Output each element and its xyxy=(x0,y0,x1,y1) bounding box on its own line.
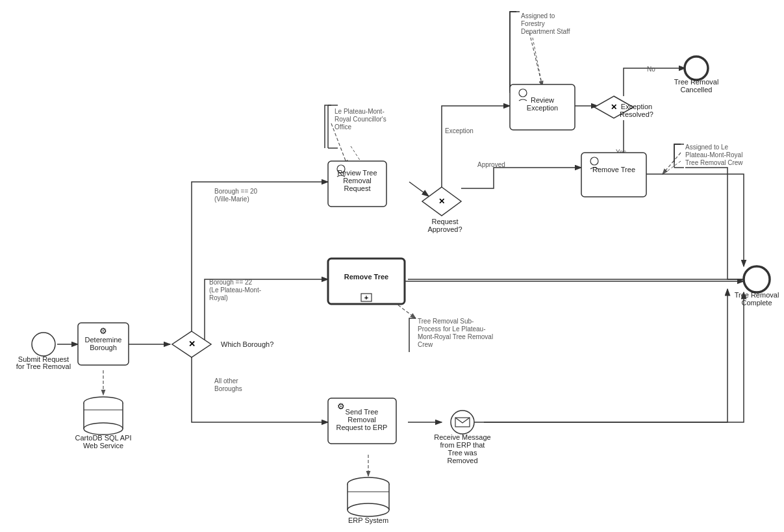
crew-to-task xyxy=(666,161,681,172)
no-label: No xyxy=(647,66,655,73)
flow-review-gw xyxy=(409,182,429,196)
borough22-label1: Borough == 22 xyxy=(209,279,253,286)
tree-removal-complete-event: Tree Removal Complete xyxy=(735,266,779,307)
subprocess-ann4: Crew xyxy=(418,341,433,348)
borough22-label3: Royal) xyxy=(209,294,228,301)
crew-bracket-shape xyxy=(674,144,681,168)
which-borough-gateway: ✕ Which Borough? xyxy=(172,331,273,357)
all-boroughs-label2: Boroughs xyxy=(214,385,242,392)
flow-receive-complete xyxy=(484,289,727,422)
start-event: Submit Request for Tree Removal xyxy=(16,333,71,370)
subprocess-ann3: Mont-Royal Tree Removal xyxy=(418,333,493,340)
send-erp-task[interactable]: ⚙ Send Tree Removal Request to ERP xyxy=(328,398,396,444)
gear-icon-erp: ⚙ xyxy=(337,401,345,411)
cancelled-label1: Tree Removal xyxy=(674,78,719,86)
remove-tree-top-task[interactable]: Remove Tree xyxy=(581,153,646,197)
gw-x-icon3: ✕ xyxy=(611,103,617,112)
exception-resolved-label2: Resolved? xyxy=(620,110,653,118)
exception-task-label2: Exception xyxy=(527,104,558,112)
flow-top-complete2 xyxy=(646,174,744,266)
exception-task-label1: Review xyxy=(531,96,554,104)
crew-dashed xyxy=(663,153,681,174)
exception-label: Exception xyxy=(445,127,474,134)
cartodb-datastore: CartoDB SQL API Web Service xyxy=(75,397,131,450)
review-label3: Request xyxy=(344,184,371,192)
svg-point-2 xyxy=(32,333,55,356)
flow-gw-erp xyxy=(192,357,328,422)
subprocess-bracket xyxy=(409,318,416,352)
complete-label1: Tree Removal xyxy=(735,291,779,299)
start-event-label2: for Tree Removal xyxy=(16,362,71,370)
bpmn-diagram: Submit Request for Tree Removal ⚙ Detere… xyxy=(0,0,784,532)
plateau-ann1: Le Plateau-Mont- xyxy=(335,108,385,115)
flow-approved-remove xyxy=(461,168,581,188)
receive-label1: Receive Message xyxy=(434,433,490,441)
determine-borough-task[interactable]: ⚙ Deteremine Borough xyxy=(78,323,129,365)
flow-gw-review xyxy=(192,182,328,331)
review-exception-task[interactable]: Review Exception xyxy=(510,84,575,130)
forestry-ann2: Forestry xyxy=(521,20,545,27)
plus-icon: + xyxy=(364,294,368,301)
crew-ann2: Plateau-Mont-Royal xyxy=(685,151,742,158)
plateau-ann3: Office xyxy=(335,123,351,131)
crew-ann1: Assigned to Le xyxy=(685,144,729,151)
tree-removal-cancelled-event: Tree Removal Cancelled xyxy=(674,57,719,94)
exception-resolved-label1: Exception xyxy=(621,103,652,110)
svg-point-23 xyxy=(348,503,389,516)
gear-icon: ⚙ xyxy=(99,326,107,336)
request-approved-label1: Request xyxy=(432,218,459,225)
svg-point-15 xyxy=(685,57,708,80)
forestry-dashed xyxy=(529,32,542,86)
flow-exception-review xyxy=(442,106,510,188)
exception-resolved-gateway: ✕ Exception Resolved? xyxy=(594,96,653,118)
borough22-label2: (Le Plateau-Mont- xyxy=(209,286,261,294)
flow-removetop-complete xyxy=(685,168,750,279)
which-borough-label: Which Borough? xyxy=(221,340,273,348)
crew-ann3: Tree Removal Crew xyxy=(685,159,743,166)
erp-system-datastore: ERP System xyxy=(348,477,389,524)
forestry-ann3: Department Staff xyxy=(521,28,570,35)
complete-label2: Complete xyxy=(741,299,772,307)
request-approved-label2: Approved? xyxy=(427,225,462,233)
erp-label3: Request to ERP xyxy=(336,424,388,431)
plateau-to-task xyxy=(351,146,360,161)
diagram-container: Submit Request for Tree Removal ⚙ Detere… xyxy=(0,0,784,532)
determine-label1: Deteremine xyxy=(85,336,122,344)
receive-label2: from ERP that xyxy=(440,441,485,449)
borough20-label2: (Ville-Marie) xyxy=(214,196,249,203)
removetop-label1: Remove Tree xyxy=(592,166,635,173)
all-boroughs-label1: All other xyxy=(214,377,238,385)
flow-erp-complete xyxy=(474,292,744,422)
svg-point-25 xyxy=(451,411,474,434)
cartodb-label2: Web Service xyxy=(83,442,123,450)
gw-x-icon1: ✕ xyxy=(188,339,196,349)
remove-tree-middle-task[interactable]: Remove Tree + xyxy=(328,259,405,304)
cartodb-label1: CartoDB SQL API xyxy=(75,434,131,442)
svg-point-26 xyxy=(744,266,770,292)
svg-point-8 xyxy=(84,423,123,435)
cancelled-label2: Cancelled xyxy=(681,86,713,94)
borough20-label1: Borough == 20 xyxy=(214,188,258,195)
review-tree-removal-task[interactable]: Review Tree Removal Request xyxy=(328,161,386,207)
subprocess-ann1: Tree Removal Sub- xyxy=(418,318,474,325)
approved-label: Approved xyxy=(477,161,505,168)
review-label2: Removal xyxy=(343,177,371,184)
receive-erp-message-event: Receive Message from ERP that Tree was R… xyxy=(434,411,490,464)
request-approved-gateway: ✕ Request Approved? xyxy=(422,187,462,233)
gw-x-icon2: ✕ xyxy=(438,197,445,206)
forestry-ann1: Assigned to xyxy=(521,12,555,19)
erp-label1: Send Tree xyxy=(346,408,379,416)
forestry-bracket xyxy=(510,12,516,91)
receive-label3: Tree was xyxy=(448,449,477,457)
plateau-ann2: Royal Councillor's xyxy=(335,116,386,123)
removemid-label1: Remove Tree xyxy=(344,273,388,281)
subprocess-ann2: Process for Le Plateau- xyxy=(418,325,486,333)
review-label1: Review Tree xyxy=(337,169,377,177)
receive-label4: Removed xyxy=(447,457,477,464)
forestry-to-task xyxy=(533,38,542,86)
forestry-bracket-shape xyxy=(510,12,516,93)
erp-system-label: ERP System xyxy=(348,516,388,524)
determine-label2: Borough xyxy=(90,344,117,351)
erp-label2: Removal xyxy=(348,416,375,424)
